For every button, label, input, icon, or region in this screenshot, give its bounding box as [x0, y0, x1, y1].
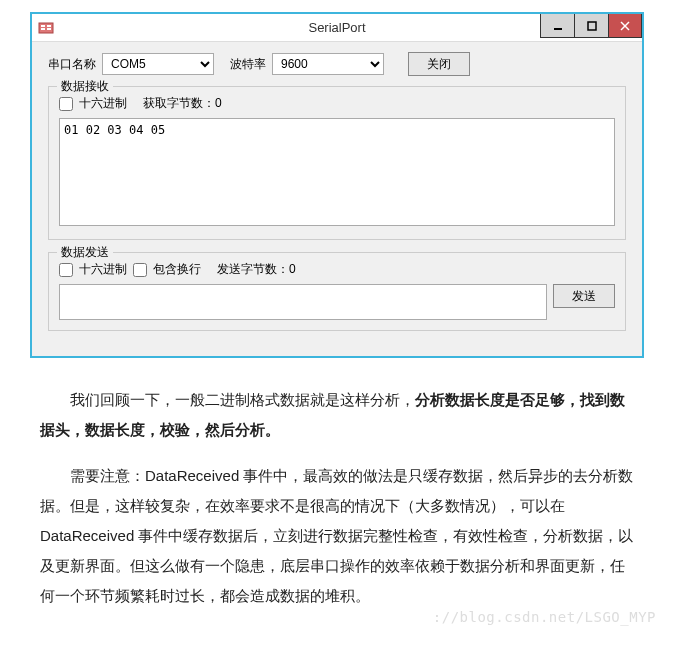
send-row: 发送 [59, 284, 615, 320]
send-newline-label: 包含换行 [153, 261, 201, 278]
svg-rect-1 [41, 25, 45, 27]
receive-textarea[interactable] [59, 118, 615, 226]
send-hex-label: 十六进制 [79, 261, 127, 278]
minimize-button[interactable] [540, 14, 574, 38]
send-options: 十六进制 包含换行 发送字节数：0 [59, 261, 615, 278]
paragraph-1: 我们回顾一下，一般二进制格式数据就是这样分析，分析数据长度是否足够，找到数据头，… [40, 385, 634, 445]
send-newline-checkbox[interactable] [133, 263, 147, 277]
port-select[interactable]: COM5 [102, 53, 214, 75]
svg-rect-5 [554, 28, 562, 30]
send-textarea[interactable] [59, 284, 547, 320]
config-row: 串口名称 COM5 波特率 9600 关闭 [48, 52, 626, 76]
window-controls [540, 14, 642, 38]
baud-select[interactable]: 9600 [272, 53, 384, 75]
serialport-window: SerialPort 串口名称 COM5 波特率 9600 关闭 数据接收 十六… [30, 12, 644, 358]
send-group-title: 数据发送 [57, 244, 113, 261]
titlebar: SerialPort [32, 14, 642, 42]
close-button[interactable] [608, 14, 642, 38]
recv-hex-checkbox[interactable] [59, 97, 73, 111]
recv-bytes-label: 获取字节数：0 [143, 95, 222, 112]
baud-label: 波特率 [230, 56, 266, 73]
recv-hex-label: 十六进制 [79, 95, 127, 112]
svg-rect-4 [47, 28, 51, 30]
paragraph-2: 需要注意：DataReceived 事件中，最高效的做法是只缓存数据，然后异步的… [40, 461, 634, 611]
port-label: 串口名称 [48, 56, 96, 73]
svg-rect-6 [588, 22, 596, 30]
send-group: 数据发送 十六进制 包含换行 发送字节数：0 发送 [48, 252, 626, 331]
receive-group: 数据接收 十六进制 获取字节数：0 [48, 86, 626, 240]
article-text: 我们回顾一下，一般二进制格式数据就是这样分析，分析数据长度是否足够，找到数据头，… [40, 385, 634, 627]
send-button[interactable]: 发送 [553, 284, 615, 308]
receive-options: 十六进制 获取字节数：0 [59, 95, 615, 112]
window-body: 串口名称 COM5 波特率 9600 关闭 数据接收 十六进制 获取字节数：0 … [32, 42, 642, 341]
app-icon [32, 14, 60, 42]
send-hex-checkbox[interactable] [59, 263, 73, 277]
window-title: SerialPort [308, 20, 365, 35]
svg-rect-3 [47, 25, 51, 27]
svg-rect-2 [41, 28, 45, 30]
receive-group-title: 数据接收 [57, 78, 113, 95]
send-bytes-label: 发送字节数：0 [217, 261, 296, 278]
close-port-button[interactable]: 关闭 [408, 52, 470, 76]
maximize-button[interactable] [574, 14, 608, 38]
